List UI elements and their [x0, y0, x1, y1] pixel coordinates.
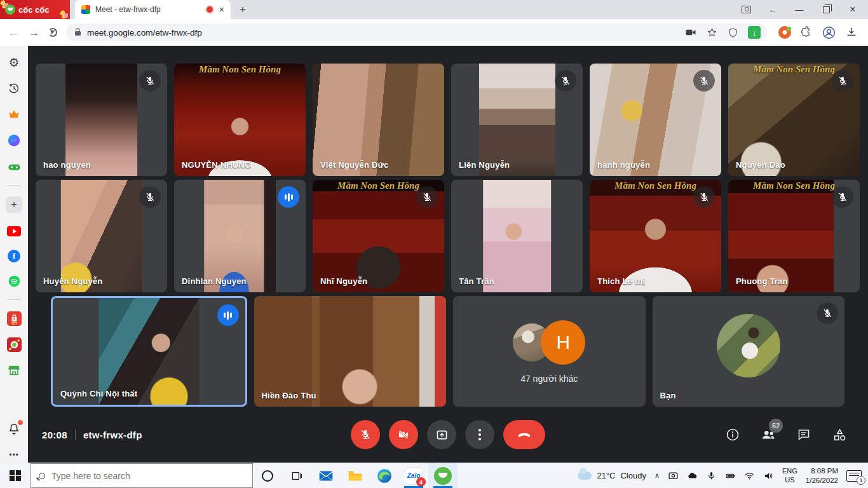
participant-tile[interactable]: H47 người khác [453, 296, 646, 407]
tab-close-icon[interactable]: × [218, 4, 226, 15]
adblock-shield-icon[interactable] [727, 27, 739, 39]
coccoc-tet-icon[interactable] [6, 337, 22, 352]
taskbar-search[interactable] [31, 463, 253, 488]
camera-permission-icon[interactable] [684, 26, 697, 39]
coccoc-menu-icon[interactable] [778, 26, 791, 39]
meet-now-icon[interactable] [668, 470, 679, 481]
mic-muted-icon [832, 186, 853, 208]
participant-name: Bạn [660, 391, 676, 400]
back-button[interactable]: ← [8, 26, 19, 39]
participant-name: Hiền Đào Thu [262, 391, 316, 400]
battery-icon[interactable] [725, 470, 736, 481]
participants-button[interactable]: 62 [760, 426, 776, 443]
video-download-icon[interactable]: ↓ [748, 26, 761, 39]
action-center-icon[interactable]: 1 [846, 470, 862, 482]
messenger-icon[interactable] [6, 133, 22, 148]
activities-button[interactable] [831, 426, 848, 443]
settings-gear-icon[interactable]: ⚙ [6, 55, 22, 70]
youtube-icon[interactable] [6, 224, 22, 239]
downloads-icon[interactable] [845, 26, 858, 39]
tray-expand-icon[interactable]: ∧ [654, 471, 660, 480]
participant-tile[interactable]: Việt Nguyễn Đức [313, 64, 444, 176]
mic-muted-icon [139, 70, 161, 92]
onedrive-cloud-icon[interactable] [687, 470, 698, 481]
video-feed [478, 64, 555, 176]
shop-icon[interactable] [6, 363, 22, 378]
reopen-tab-icon[interactable]: ← [768, 4, 778, 15]
tet-sale-icon[interactable]: $TẾT [6, 311, 22, 326]
divider [7, 299, 21, 300]
profile-avatar-icon[interactable] [822, 25, 836, 40]
mic-muted-icon [693, 186, 715, 208]
svg-text:$: $ [13, 317, 15, 321]
cortana-button[interactable] [253, 463, 282, 488]
new-tab-button[interactable]: + [234, 1, 251, 18]
notification-dot [18, 420, 23, 425]
start-button[interactable] [0, 463, 31, 488]
participant-tile[interactable]: Mầm Non Sen HồngNGUYỄN NHUNG [174, 64, 306, 176]
search-icon [39, 473, 45, 479]
file-explorer-icon[interactable] [341, 463, 370, 488]
mic-muted-icon [817, 302, 838, 324]
forward-button[interactable]: → [28, 26, 39, 39]
desktop: cốc cốc Meet - etw-frwx-dfp × + ← — × ← … [0, 0, 868, 488]
participant-tile[interactable]: hao nguyen [36, 64, 167, 176]
mail-app-icon[interactable] [311, 463, 341, 488]
edge-browser-icon[interactable] [370, 463, 399, 488]
task-view-button[interactable] [282, 463, 311, 488]
clock-widget[interactable]: 8:08 PM1/26/2022 [806, 466, 838, 485]
camera-off-button[interactable] [389, 420, 418, 449]
chat-button[interactable] [796, 426, 812, 443]
bookmark-star-icon[interactable] [706, 27, 718, 39]
participant-tile[interactable]: Mầm Non Sen HồngThich Lê thị [590, 180, 721, 292]
meeting-info-button[interactable] [724, 426, 741, 443]
reload-button[interactable] [48, 28, 57, 37]
facebook-icon[interactable]: f [8, 250, 20, 262]
participant-tile[interactable]: Quỳnh Chi Nội thất [51, 296, 247, 407]
mic-mute-button[interactable] [351, 420, 380, 449]
sidebar-more-icon[interactable]: ••• [6, 447, 22, 463]
video-feed [254, 296, 447, 407]
sidebar-add-button[interactable]: + [6, 196, 22, 213]
participant-tile[interactable]: Liên Nguyễn [451, 64, 583, 176]
vertical-dots-icon [478, 429, 481, 440]
participant-tile[interactable]: Mầm Non Sen HồngPhuong Tran [728, 180, 860, 292]
language-indicator[interactable]: ENGUS [782, 467, 797, 485]
coccoc-app-icon[interactable] [428, 463, 458, 488]
more-options-button[interactable] [465, 420, 494, 449]
zalo-app-icon[interactable]: Zalo4 [399, 463, 428, 488]
participant-tile[interactable]: Mầm Non Sen HồngNguyen Dao [728, 64, 860, 176]
end-call-button[interactable] [503, 420, 545, 449]
restore-button[interactable] [821, 4, 831, 15]
wifi-icon[interactable] [744, 470, 755, 481]
video-feed [60, 180, 142, 292]
browser-tab[interactable]: Meet - etw-frwx-dfp × [75, 0, 231, 19]
notifications-bell-icon[interactable] [6, 421, 22, 437]
participant-tile[interactable]: Tân Trần [451, 180, 583, 292]
participant-name: Nguyen Dao [736, 160, 785, 170]
volume-icon[interactable] [763, 470, 774, 481]
close-button[interactable]: × [848, 4, 858, 15]
minimize-button[interactable]: — [794, 4, 804, 15]
divider [7, 185, 21, 186]
microphone-tray-icon[interactable] [706, 470, 717, 481]
history-icon[interactable] [6, 81, 22, 96]
participant-tile[interactable]: Bạn [653, 296, 845, 407]
rewards-crown-icon[interactable] [6, 107, 22, 122]
participant-tile[interactable]: hạnh nguyễn [590, 64, 721, 176]
participant-tile[interactable]: Dinhlan Nguyen [174, 180, 306, 292]
speaking-indicator-icon [217, 304, 239, 326]
participant-tile[interactable]: Mầm Non Sen HồngNhĩ Nguyễn [313, 180, 444, 292]
games-controller-icon[interactable] [6, 159, 22, 174]
weather-widget[interactable]: 21°C Cloudy [578, 471, 646, 480]
window-search-icon[interactable] [741, 4, 751, 15]
spotify-icon[interactable] [6, 273, 22, 288]
search-input[interactable] [51, 471, 245, 481]
present-screen-button[interactable] [427, 420, 456, 449]
participant-tile[interactable]: Hiền Đào Thu [254, 296, 447, 407]
extensions-puzzle-icon[interactable] [800, 26, 813, 39]
address-bar[interactable]: meet.google.com/etw-frwx-dfp ↓ [66, 24, 767, 41]
school-banner-text: Mầm Non Sen Hồng [174, 64, 306, 75]
participant-tile[interactable]: Huyền Nguyễn [36, 180, 167, 292]
tile-row: Huyền NguyễnDinhlan NguyenMầm Non Sen Hồ… [36, 180, 860, 292]
